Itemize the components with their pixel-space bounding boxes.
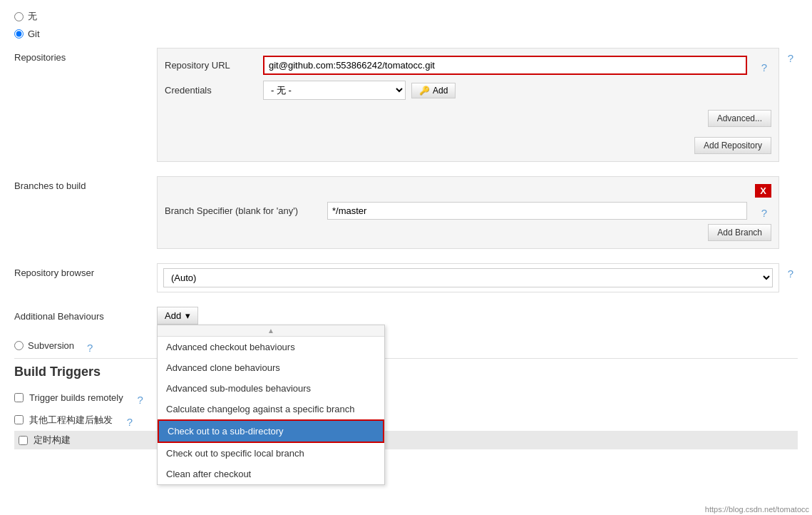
git-label: Git xyxy=(28,29,40,39)
branch-specifier-label: Branch Specifier (blank for 'any') xyxy=(165,205,322,216)
add-branch-button[interactable]: Add Branch xyxy=(708,224,771,241)
add-branch-button-row: Add Branch xyxy=(165,224,771,241)
scheduled-row: 定时构建 xyxy=(14,431,798,449)
page-wrapper: 无 Git Repositories Repository URL ? Cred… xyxy=(0,0,812,515)
credentials-label: Credentials xyxy=(165,85,257,96)
trigger-remotely-help-icon[interactable]: ? xyxy=(133,389,148,406)
repositories-help-icon[interactable]: ? xyxy=(783,48,798,64)
credentials-select[interactable]: - 无 - xyxy=(263,81,406,100)
repo-browser-section: Repository browser (Auto) ? xyxy=(0,258,812,298)
build-triggers-section: Build Triggers Trigger builds remotely ?… xyxy=(0,359,812,455)
branch-specifier-row: Branch Specifier (blank for 'any') ? xyxy=(165,202,771,220)
subversion-label: Subversion xyxy=(28,340,74,351)
subversion-row: Subversion ? xyxy=(0,333,812,358)
branches-content: X Branch Specifier (blank for 'any') ? A… xyxy=(157,176,779,249)
add-btn-wrap: Add ▾ ▲ Advanced checkout behaviours Adv… xyxy=(157,307,198,325)
add-repository-button[interactable]: Add Repository xyxy=(694,137,771,154)
behaviour-item-2[interactable]: Advanced sub-modules behaviours xyxy=(158,378,384,399)
build-triggers-title: Build Triggers xyxy=(14,364,798,379)
repo-inner: Repository URL ? Credentials - 无 - 🔑 Add… xyxy=(165,56,771,154)
repo-url-help-icon[interactable]: ? xyxy=(757,57,771,73)
scheduled-label: 定时构建 xyxy=(34,434,71,447)
key-icon: 🔑 xyxy=(419,86,430,96)
repo-url-label: Repository URL xyxy=(165,60,257,71)
repo-browser-content: (Auto) xyxy=(157,263,779,292)
repo-url-row: Repository URL ? xyxy=(165,56,771,75)
dropdown-arrow-up: ▲ xyxy=(158,325,384,337)
git-radio-row: Git xyxy=(0,26,812,42)
trigger-remotely-label: Trigger builds remotely xyxy=(29,392,123,403)
branches-label: Branches to build xyxy=(14,176,157,191)
other-projects-help-icon[interactable]: ? xyxy=(123,412,137,428)
none-label: 无 xyxy=(28,10,37,23)
repo-browser-help-icon[interactable]: ? xyxy=(783,263,798,280)
none-radio[interactable] xyxy=(14,12,24,21)
add-behaviours-wrapper: Add ▾ ▲ Advanced checkout behaviours Adv… xyxy=(157,307,198,325)
other-projects-row: 其他工程构建后触发 ? xyxy=(14,409,798,431)
behaviour-item-4[interactable]: Check out to a sub-directory xyxy=(158,419,384,443)
repo-url-input[interactable] xyxy=(263,56,747,75)
other-projects-checkbox[interactable] xyxy=(14,415,24,424)
behaviours-dropdown-menu: ▲ Advanced checkout behaviours Advanced … xyxy=(157,325,385,485)
add-btn-label: Add xyxy=(433,86,448,96)
behaviour-item-0[interactable]: Advanced checkout behaviours xyxy=(158,337,384,357)
footer-url: https://blog.csdn.net/tomatocc xyxy=(702,504,812,515)
remove-branch-button[interactable]: X xyxy=(755,184,771,198)
branch-specifier-help-icon[interactable]: ? xyxy=(757,203,771,219)
credentials-add-button[interactable]: 🔑 Add xyxy=(411,83,456,98)
other-projects-label: 其他工程构建后触发 xyxy=(29,414,113,427)
repositories-label: Repositories xyxy=(14,48,157,63)
scheduled-checkbox[interactable] xyxy=(19,436,28,445)
add-behaviour-button[interactable]: Add ▾ xyxy=(157,307,198,325)
repo-browser-select[interactable]: (Auto) xyxy=(163,268,773,287)
behaviour-item-6[interactable]: Clean after checkout xyxy=(158,464,384,484)
subversion-radio[interactable] xyxy=(14,341,24,350)
trigger-remotely-checkbox[interactable] xyxy=(14,393,24,402)
behaviour-item-1[interactable]: Advanced clone behaviours xyxy=(158,357,384,378)
dropdown-arrow-icon: ▾ xyxy=(185,310,190,321)
add-repo-button-row: Add Repository xyxy=(165,137,771,154)
repo-browser-label: Repository browser xyxy=(14,263,157,278)
advanced-button[interactable]: Advanced... xyxy=(708,110,771,127)
behaviour-item-5[interactable]: Check out to specific local branch xyxy=(158,443,384,464)
credentials-row: Credentials - 无 - 🔑 Add xyxy=(165,81,771,100)
behaviour-item-3[interactable]: Calculate changelog against a specific b… xyxy=(158,399,384,419)
subversion-help-icon[interactable]: ? xyxy=(83,337,97,354)
none-radio-row: 无 xyxy=(0,7,812,26)
additional-behaviours-section: Additional Behaviours Add ▾ ▲ Advanced c… xyxy=(0,301,812,330)
repo-buttons: Advanced... xyxy=(165,110,771,127)
branches-header: X xyxy=(165,184,771,198)
branches-section: Branches to build X Branch Specifier (bl… xyxy=(0,170,812,255)
git-radio[interactable] xyxy=(14,29,24,39)
repositories-content: Repository URL ? Credentials - 无 - 🔑 Add… xyxy=(157,48,779,162)
branch-specifier-input[interactable] xyxy=(327,202,747,220)
add-behaviour-label: Add xyxy=(165,310,181,321)
repositories-section: Repositories Repository URL ? Credential… xyxy=(0,42,812,168)
trigger-remotely-row: Trigger builds remotely ? xyxy=(14,387,798,409)
additional-behaviours-label: Additional Behaviours xyxy=(14,307,157,322)
